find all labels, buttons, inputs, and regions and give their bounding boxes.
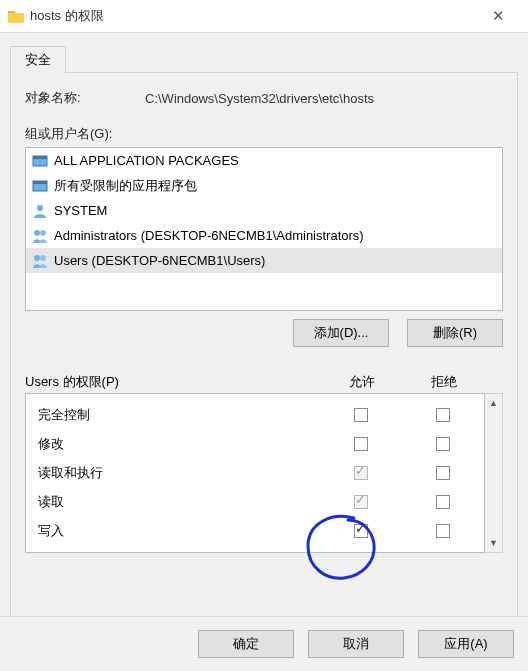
principal-name: Users (DESKTOP-6NECMB1\Users) (54, 253, 265, 268)
permissions-header: Users 的权限(P) 允许 拒绝 (25, 373, 503, 391)
principal-icon (32, 253, 48, 269)
principal-row[interactable]: ALL APPLICATION PACKAGES (26, 148, 502, 173)
allow-checkbox[interactable] (354, 495, 368, 509)
allow-checkbox[interactable] (354, 524, 368, 538)
allow-checkbox[interactable] (354, 466, 368, 480)
svg-point-6 (40, 230, 46, 236)
remove-button[interactable]: 删除(R) (407, 319, 503, 347)
add-button[interactable]: 添加(D)... (293, 319, 389, 347)
tab-content: 对象名称: C:\Windows\System32\drivers\etc\ho… (10, 73, 518, 633)
principal-name: ALL APPLICATION PACKAGES (54, 153, 239, 168)
principal-row[interactable]: SYSTEM (26, 198, 502, 223)
scroll-track[interactable] (485, 412, 502, 534)
permission-name: 修改 (26, 435, 320, 453)
permissions-dialog: hosts 的权限 ✕ 安全 对象名称: C:\Windows\System32… (0, 0, 528, 671)
principal-icon (32, 178, 48, 194)
scroll-up-icon[interactable]: ▲ (485, 394, 502, 412)
principal-name: Administrators (DESKTOP-6NECMB1\Administ… (54, 228, 364, 243)
deny-checkbox[interactable] (436, 466, 450, 480)
deny-checkbox[interactable] (436, 408, 450, 422)
principal-name: 所有受限制的应用程序包 (54, 177, 197, 195)
permission-row: 修改 (26, 429, 484, 458)
permissions-list: 完全控制修改读取和执行读取写入 (25, 393, 485, 553)
groups-label: 组或用户名(G): (25, 125, 503, 143)
allow-checkbox[interactable] (354, 437, 368, 451)
principal-row[interactable]: Administrators (DESKTOP-6NECMB1\Administ… (26, 223, 502, 248)
scroll-down-icon[interactable]: ▼ (485, 534, 502, 552)
svg-rect-1 (33, 156, 47, 159)
cancel-button[interactable]: 取消 (308, 630, 404, 658)
principal-name: SYSTEM (54, 203, 107, 218)
svg-point-7 (34, 255, 40, 261)
svg-point-8 (40, 255, 46, 261)
allow-checkbox[interactable] (354, 408, 368, 422)
svg-rect-3 (33, 181, 47, 184)
permission-name: 读取和执行 (26, 464, 320, 482)
permission-row: 读取和执行 (26, 458, 484, 487)
tab-security[interactable]: 安全 (10, 46, 66, 74)
principal-row[interactable]: 所有受限制的应用程序包 (26, 173, 502, 198)
scrollbar[interactable]: ▲ ▼ (485, 393, 503, 553)
permission-row: 完全控制 (26, 400, 484, 429)
permission-name: 读取 (26, 493, 320, 511)
principal-icon (32, 203, 48, 219)
permission-name: 写入 (26, 522, 320, 540)
svg-point-5 (34, 230, 40, 236)
titlebar: hosts 的权限 ✕ (0, 0, 528, 33)
permissions-title: Users 的权限(P) (25, 373, 321, 391)
principal-icon (32, 153, 48, 169)
svg-point-4 (37, 205, 43, 211)
deny-checkbox[interactable] (436, 524, 450, 538)
folder-icon (8, 9, 24, 23)
permissions-area: 完全控制修改读取和执行读取写入 ▲ ▼ (25, 393, 503, 553)
deny-column-header: 拒绝 (403, 373, 485, 391)
object-path: C:\Windows\System32\drivers\etc\hosts (145, 91, 374, 106)
deny-checkbox[interactable] (436, 437, 450, 451)
ok-button[interactable]: 确定 (198, 630, 294, 658)
window-title: hosts 的权限 (30, 7, 476, 25)
allow-column-header: 允许 (321, 373, 403, 391)
permission-row: 读取 (26, 487, 484, 516)
object-row: 对象名称: C:\Windows\System32\drivers\etc\ho… (25, 89, 503, 107)
dialog-button-bar: 确定 取消 应用(A) (0, 616, 528, 671)
object-name-label: 对象名称: (25, 89, 145, 107)
principal-row[interactable]: Users (DESKTOP-6NECMB1\Users) (26, 248, 502, 273)
principals-list[interactable]: ALL APPLICATION PACKAGES所有受限制的应用程序包SYSTE… (25, 147, 503, 311)
principal-icon (32, 228, 48, 244)
permission-name: 完全控制 (26, 406, 320, 424)
permission-row: 写入 (26, 516, 484, 545)
tab-strip: 安全 (0, 33, 528, 73)
deny-checkbox[interactable] (436, 495, 450, 509)
apply-button[interactable]: 应用(A) (418, 630, 514, 658)
principal-buttons: 添加(D)... 删除(R) (25, 319, 503, 347)
close-button[interactable]: ✕ (476, 7, 520, 25)
